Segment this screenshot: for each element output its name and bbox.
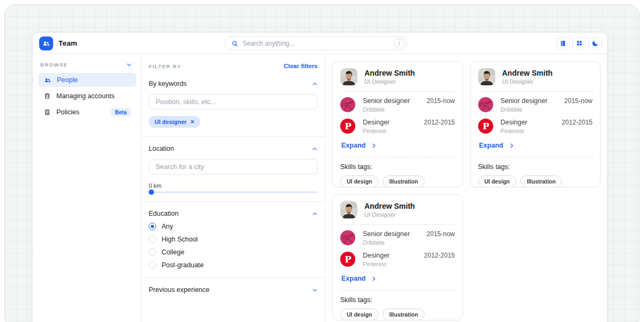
pinterest-icon: P xyxy=(340,119,355,134)
skill-tag[interactable]: Illustration xyxy=(383,309,425,320)
radio-selected[interactable] xyxy=(149,223,156,230)
job-period: 2015-now xyxy=(564,97,592,105)
beta-badge: Beta xyxy=(111,108,131,116)
job-row: P Desinger Pinterest 2012-2015 xyxy=(340,119,455,134)
expand-button[interactable]: Expand xyxy=(341,275,377,282)
dribbble-icon xyxy=(340,97,355,112)
expand-label: Expand xyxy=(341,275,365,282)
slider-track[interactable] xyxy=(149,192,318,193)
radio[interactable] xyxy=(149,261,156,269)
portrait-photo xyxy=(340,201,357,218)
job-company: Dribbble xyxy=(363,106,410,113)
location-section-toggle[interactable]: Location xyxy=(149,145,318,152)
skill-tag[interactable]: UI design xyxy=(340,175,378,187)
portrait-photo xyxy=(478,68,495,85)
sidebar-item-label: Policies xyxy=(56,108,79,116)
keyword-tag-label: UI designer xyxy=(155,119,187,125)
divider xyxy=(340,91,455,92)
search-placeholder: Search anything... xyxy=(243,40,390,47)
skill-tag[interactable]: UI design xyxy=(340,309,378,320)
app-header: Team Search anything... / xyxy=(33,33,607,54)
city-search-input[interactable] xyxy=(149,159,318,174)
skill-tag[interactable]: Illustration xyxy=(383,175,425,187)
job-period: 2012-2015 xyxy=(424,252,455,259)
job-title: Senior designer xyxy=(363,230,410,238)
job-period: 2012-2015 xyxy=(562,119,592,126)
avatar xyxy=(340,68,357,85)
person-card: Andrew Smith UI Designer xyxy=(332,194,463,320)
job-title: Senior designer xyxy=(501,97,548,105)
job-title: Desinger xyxy=(363,119,390,126)
expand-button[interactable]: Expand xyxy=(341,142,377,149)
person-role: UI Designer xyxy=(364,211,415,218)
radio-label: College xyxy=(162,248,184,256)
book-button[interactable] xyxy=(557,37,569,50)
slider-thumb[interactable] xyxy=(149,189,154,195)
person-name: Andrew Smith xyxy=(364,69,415,77)
search-icon xyxy=(231,40,238,47)
keywords-section-toggle[interactable]: By keywords xyxy=(149,80,318,87)
keywords-input[interactable] xyxy=(149,94,318,109)
education-option-college[interactable]: College xyxy=(149,248,318,256)
sidebar: BROWSE People xyxy=(33,54,141,322)
dark-mode-button[interactable] xyxy=(589,37,602,50)
person-card: Andrew Smith UI Designer xyxy=(470,61,601,187)
sidebar-item-policies[interactable]: Policies Beta xyxy=(38,105,136,119)
skill-tag[interactable]: Illustration xyxy=(521,175,562,187)
divider xyxy=(478,91,593,92)
document-icon xyxy=(43,108,51,116)
id-badge-icon xyxy=(43,92,51,100)
browse-section-toggle[interactable]: BROWSE xyxy=(38,62,136,68)
radio-label: High School xyxy=(162,236,197,243)
chevron-up-icon xyxy=(312,146,318,152)
radio[interactable] xyxy=(149,236,156,243)
expand-label: Expand xyxy=(479,142,503,149)
sidebar-item-managing-accounts[interactable]: Managing accounts xyxy=(38,89,136,103)
svg-text:P: P xyxy=(345,121,352,131)
moon-icon xyxy=(591,40,599,47)
sidebar-item-people[interactable]: People xyxy=(38,73,136,87)
clear-filters-button[interactable]: Clear filters xyxy=(284,63,318,69)
results-area: Andrew Smith UI Designer xyxy=(326,54,607,322)
person-role: UI Designer xyxy=(502,78,553,85)
people-icon xyxy=(42,39,50,48)
chevron-up-icon xyxy=(312,81,318,87)
skill-tag[interactable]: UI design xyxy=(478,175,516,187)
distance-value: 0 km xyxy=(149,182,318,189)
previous-experience-section-toggle[interactable]: Previous experience xyxy=(149,286,318,294)
job-row: P Desinger Pinterest 2012-2015 xyxy=(478,119,593,134)
apps-grid-button[interactable] xyxy=(573,37,586,50)
chevron-right-icon xyxy=(371,143,377,149)
divider xyxy=(141,277,325,278)
app-logo xyxy=(39,36,53,50)
person-role: UI Designer xyxy=(364,78,415,85)
job-title: Desinger xyxy=(501,119,528,126)
radio-label: Post-graduate xyxy=(162,261,204,269)
divider xyxy=(141,136,325,137)
skills-label: Skills tags: xyxy=(340,296,455,304)
job-row: Senior designer Dribbble 2015-now xyxy=(478,97,593,113)
pinterest-icon: P xyxy=(340,252,355,267)
person-card: Andrew Smith UI Designer xyxy=(332,61,463,187)
expand-button[interactable]: Expand xyxy=(479,142,515,149)
divider xyxy=(340,224,455,225)
job-period: 2015-now xyxy=(427,97,455,105)
radio[interactable] xyxy=(149,248,156,256)
education-option-high-school[interactable]: High School xyxy=(149,236,318,243)
avatar xyxy=(478,68,495,85)
search-bar[interactable]: Search anything... / xyxy=(225,36,407,50)
education-option-post-graduate[interactable]: Post-graduate xyxy=(149,261,318,269)
expand-label: Expand xyxy=(341,142,365,149)
remove-tag-icon[interactable]: × xyxy=(191,118,194,126)
app-title: Team xyxy=(58,39,77,47)
search-shortcut-key: / xyxy=(394,39,404,48)
education-option-any[interactable]: Any xyxy=(149,223,318,230)
book-icon xyxy=(559,40,567,47)
chevron-down-icon xyxy=(312,287,318,293)
browse-label: BROWSE xyxy=(40,62,68,68)
skills-label: Skills tags: xyxy=(340,163,455,171)
chevron-right-icon xyxy=(509,143,515,149)
job-company: Pinterest xyxy=(501,128,528,134)
keyword-tag-chip[interactable]: UI designer × xyxy=(149,116,200,128)
education-section-toggle[interactable]: Education xyxy=(149,210,318,217)
